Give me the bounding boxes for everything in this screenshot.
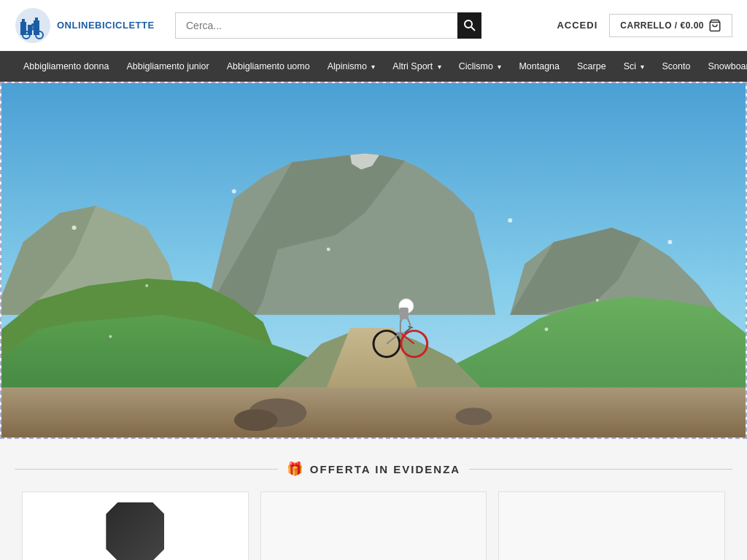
featured-title-text: 🎁 OFFERTA IN EVIDENZA bbox=[287, 461, 460, 477]
svg-rect-43 bbox=[400, 308, 409, 319]
svg-point-50 bbox=[667, 240, 672, 244]
svg-point-11 bbox=[31, 23, 34, 26]
featured-title-label: OFFERTA IN EVIDENZA bbox=[310, 463, 460, 475]
nav-item-abbdonna[interactable]: Abbigliamento donna bbox=[15, 51, 117, 82]
nav-item-montagna[interactable]: Montagna bbox=[510, 51, 568, 82]
featured-section: 🎁 OFFERTA IN EVIDENZA bbox=[0, 439, 747, 560]
chevron-down-icon: ▾ bbox=[438, 63, 441, 71]
cart-label: CARRELLO / €0.00 bbox=[620, 20, 704, 31]
hero-scene bbox=[1, 83, 746, 438]
chevron-down-icon: ▾ bbox=[371, 63, 375, 71]
nav-item-abbjunior[interactable]: Abbigliamento junior bbox=[117, 51, 217, 82]
chevron-down-icon: ▾ bbox=[640, 63, 644, 71]
search-icon bbox=[464, 20, 476, 31]
accedi-button[interactable]: ACCEDI bbox=[557, 20, 597, 31]
mountains-svg bbox=[1, 83, 746, 438]
logo-area[interactable]: ONLINEBICICLETTE bbox=[15, 7, 160, 44]
svg-point-51 bbox=[109, 335, 112, 338]
nav-link-abbjunior[interactable]: Abbigliamento junior bbox=[117, 51, 217, 82]
svg-point-31 bbox=[456, 408, 492, 425]
svg-point-48 bbox=[508, 218, 512, 222]
nav-item-snowboard[interactable]: Snowboard bbox=[699, 51, 747, 82]
nav-link-scarpe[interactable]: Scarpe bbox=[568, 51, 615, 82]
main-nav: Abbigliamento donna Abbigliamento junior… bbox=[0, 51, 747, 82]
nav-link-alpinismo[interactable]: Alpinismo ▾ bbox=[319, 51, 384, 82]
nav-item-alpinismo[interactable]: Alpinismo ▾ bbox=[319, 51, 384, 82]
cart-button[interactable]: CARRELLO / €0.00 bbox=[609, 14, 732, 37]
svg-point-46 bbox=[232, 189, 236, 193]
search-input[interactable] bbox=[175, 12, 457, 39]
nav-link-sconto[interactable]: Sconto bbox=[653, 51, 699, 82]
nav-item-sci[interactable]: Sci ▾ bbox=[615, 51, 654, 82]
nav-item-altrisport[interactable]: Altri Sport ▾ bbox=[384, 51, 449, 82]
svg-point-52 bbox=[545, 327, 549, 331]
nav-link-montagna[interactable]: Montagna bbox=[510, 51, 568, 82]
nav-item-ciclismo[interactable]: Ciclismo ▾ bbox=[450, 51, 511, 82]
svg-point-44 bbox=[72, 225, 77, 230]
products-preview bbox=[15, 491, 732, 560]
featured-title-container: 🎁 OFFERTA IN EVIDENZA bbox=[15, 461, 732, 477]
nav-link-snowboard[interactable]: Snowboard bbox=[699, 51, 747, 82]
product-image-1 bbox=[106, 502, 164, 560]
product-card-2[interactable] bbox=[260, 491, 487, 560]
logo-text: ONLINEBICICLETTE bbox=[57, 20, 155, 31]
nav-item-sconto[interactable]: Sconto bbox=[653, 51, 699, 82]
svg-point-30 bbox=[234, 409, 278, 431]
cart-icon bbox=[708, 19, 721, 32]
product-card-1[interactable] bbox=[22, 491, 249, 560]
svg-rect-2 bbox=[22, 19, 25, 22]
svg-point-45 bbox=[145, 284, 148, 287]
nav-link-ciclismo[interactable]: Ciclismo ▾ bbox=[450, 51, 511, 82]
svg-point-47 bbox=[327, 248, 330, 252]
site-header: ONLINEBICICLETTE ACCEDI CARRELLO / €0.00 bbox=[0, 0, 747, 51]
nav-link-abbdonna[interactable]: Abbigliamento donna bbox=[15, 51, 117, 82]
product-card-3[interactable] bbox=[498, 491, 725, 560]
nav-item-abbuomo[interactable]: Abbigliamento uomo bbox=[218, 51, 319, 82]
svg-point-49 bbox=[596, 299, 599, 302]
nav-item-scarpe[interactable]: Scarpe bbox=[568, 51, 615, 82]
logo-icon bbox=[15, 7, 51, 44]
hero-banner bbox=[0, 82, 747, 439]
svg-rect-28 bbox=[1, 387, 746, 438]
svg-line-13 bbox=[471, 27, 475, 31]
search-area bbox=[175, 12, 481, 39]
nav-link-sci[interactable]: Sci ▾ bbox=[615, 51, 654, 82]
svg-point-12 bbox=[465, 20, 472, 28]
gift-icon: 🎁 bbox=[287, 461, 304, 477]
nav-link-abbuomo[interactable]: Abbigliamento uomo bbox=[218, 51, 319, 82]
nav-link-altrisport[interactable]: Altri Sport ▾ bbox=[384, 51, 449, 82]
svg-rect-5 bbox=[35, 18, 38, 20]
search-button[interactable] bbox=[457, 12, 481, 39]
chevron-down-icon: ▾ bbox=[498, 63, 501, 71]
header-right: ACCEDI CARRELLO / €0.00 bbox=[557, 14, 732, 37]
